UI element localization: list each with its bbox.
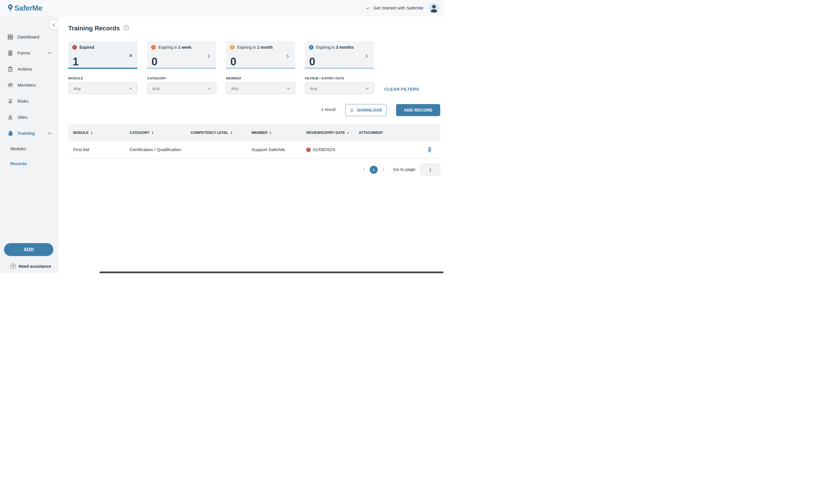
sidebar-item-label: Risks bbox=[18, 99, 28, 104]
alert-icon: ! bbox=[230, 45, 234, 49]
sidebar-subitem-label: Records bbox=[10, 161, 27, 166]
horizontal-scrollbar-thumb[interactable] bbox=[99, 271, 443, 273]
sidebar-item-label: Sites bbox=[18, 115, 27, 120]
stat-card-expiring-1-week[interactable]: ! Expiring in 1 week 0 bbox=[147, 41, 216, 69]
sidebar-subitem-records[interactable]: Records bbox=[0, 156, 59, 171]
chevron-right-icon[interactable] bbox=[285, 53, 290, 59]
card-count: 0 bbox=[152, 56, 157, 67]
add-button[interactable]: ADD bbox=[4, 243, 53, 256]
category-filter-select[interactable]: Any bbox=[147, 82, 216, 94]
add-record-button[interactable]: ADD RECORD bbox=[396, 104, 440, 116]
chevron-down-icon bbox=[207, 86, 212, 91]
download-button[interactable]: DOWNLOAD bbox=[345, 104, 387, 116]
result-count: 1 result bbox=[321, 107, 336, 112]
chevron-down-icon bbox=[365, 86, 370, 91]
need-assistance-link[interactable]: ? Need assistance bbox=[10, 264, 51, 269]
stat-cards: ! Expired 1 ✕ ! Expiring in 1 week 0 ! E… bbox=[68, 41, 374, 69]
alert-icon: ! bbox=[151, 45, 156, 49]
sidebar-subitem-modules[interactable]: Modules bbox=[0, 141, 59, 156]
sort-ascending-icon bbox=[347, 131, 349, 134]
get-started-label: Get Started with SaferMe bbox=[374, 5, 423, 11]
card-count: 0 bbox=[309, 56, 315, 67]
go-to-page-input[interactable] bbox=[420, 164, 440, 176]
member-filter-select[interactable]: Any bbox=[226, 82, 295, 94]
sidebar-item-label: Training bbox=[18, 131, 35, 136]
sidebar-item-sites[interactable]: Sites bbox=[0, 109, 59, 125]
sidebar-item-label: Members bbox=[18, 82, 36, 88]
filter-label-member: MEMBER bbox=[226, 76, 295, 80]
sidebar-collapse-button[interactable] bbox=[49, 20, 59, 30]
card-count: 0 bbox=[230, 56, 236, 67]
chevron-down-icon bbox=[365, 6, 370, 11]
column-header-review-expiry-date[interactable]: REVIEW/EXPIRY DATE bbox=[306, 131, 359, 135]
chevron-right-icon[interactable] bbox=[364, 53, 370, 59]
card-count: 1 bbox=[72, 56, 78, 67]
training-certificate-icon bbox=[7, 130, 13, 136]
sidebar-item-label: Forms bbox=[18, 51, 30, 56]
question-circle-icon: ? bbox=[10, 264, 16, 269]
main-content: Training Records ? ! Expired 1 ✕ ! Expir… bbox=[59, 16, 443, 273]
sidebar-item-actions[interactable]: Actions bbox=[0, 61, 59, 77]
expired-alert-icon: ! bbox=[306, 148, 311, 152]
logo-text: SaferMe bbox=[14, 4, 42, 12]
sidebar-item-label: Dashboard bbox=[18, 34, 39, 40]
chevron-down-icon bbox=[47, 51, 52, 56]
page-number-button[interactable]: 1 bbox=[370, 166, 378, 174]
previous-page-icon[interactable] bbox=[361, 167, 366, 172]
sidebar-item-risks[interactable]: Risks bbox=[0, 93, 59, 109]
stat-card-expired[interactable]: ! Expired 1 ✕ bbox=[68, 41, 137, 69]
chevron-down-icon bbox=[128, 86, 133, 91]
filter-label-review-expiry-date: REVIEW / EXPIRY DATE bbox=[305, 76, 374, 80]
warning-triangle-icon bbox=[7, 98, 13, 104]
download-icon bbox=[350, 108, 354, 112]
filter-label-category: CATEGORY bbox=[147, 76, 216, 80]
people-icon bbox=[7, 82, 13, 88]
table-header-row: MODULE CATEGORY COMPETENCY LEVEL MEMBER … bbox=[68, 124, 440, 141]
cell-category: Certification / Qualification bbox=[130, 147, 191, 152]
trash-icon[interactable] bbox=[427, 146, 433, 153]
column-header-attachment: ATTACHMENT bbox=[359, 131, 440, 135]
clear-filters-button[interactable]: CLEAR FILTERS bbox=[384, 87, 419, 92]
module-filter-select[interactable]: Any bbox=[68, 82, 137, 94]
sidebar: Dashboard Forms Act bbox=[0, 16, 59, 273]
sort-icon bbox=[269, 131, 272, 134]
column-header-category[interactable]: CATEGORY bbox=[130, 131, 191, 135]
table-row[interactable]: First Aid Certification / Qualification … bbox=[68, 141, 440, 159]
chevron-left-icon bbox=[51, 22, 57, 28]
traffic-cone-icon bbox=[7, 114, 13, 121]
close-icon[interactable]: ✕ bbox=[129, 53, 133, 58]
chevron-up-icon bbox=[47, 131, 52, 136]
records-table: MODULE CATEGORY COMPETENCY LEVEL MEMBER … bbox=[68, 124, 440, 159]
sidebar-item-forms[interactable]: Forms bbox=[0, 45, 59, 61]
sort-icon bbox=[152, 131, 154, 134]
column-header-module[interactable]: MODULE bbox=[73, 131, 130, 135]
cell-attachment bbox=[359, 146, 440, 153]
filter-label-module: MODULE bbox=[68, 76, 137, 80]
avatar[interactable] bbox=[428, 3, 439, 13]
sidebar-subitem-label: Modules bbox=[10, 146, 26, 151]
pagination: 1 Go to page: bbox=[59, 164, 443, 176]
sidebar-item-training[interactable]: Training bbox=[0, 125, 59, 141]
sidebar-item-dashboard[interactable]: Dashboard bbox=[0, 29, 59, 45]
cell-member: Support SaferMe bbox=[252, 147, 306, 152]
alert-icon: ! bbox=[309, 45, 314, 49]
sidebar-item-members[interactable]: Members bbox=[0, 77, 59, 93]
saferme-logo[interactable]: SaferMe bbox=[7, 4, 42, 12]
stat-card-expiring-3-months[interactable]: ! Expiring in 3 months 0 bbox=[305, 41, 374, 69]
column-header-member[interactable]: MEMBER bbox=[252, 131, 306, 135]
sidebar-item-label: Actions bbox=[18, 67, 32, 72]
alert-icon: ! bbox=[72, 45, 77, 49]
get-started-menu[interactable]: Get Started with SaferMe bbox=[365, 5, 423, 11]
page-title: Training Records bbox=[68, 25, 120, 32]
top-bar: SaferMe Get Started with SaferMe bbox=[0, 0, 443, 16]
chevron-right-icon[interactable] bbox=[206, 53, 212, 59]
go-to-page-label: Go to page: bbox=[393, 167, 416, 172]
map-pin-icon bbox=[7, 4, 14, 12]
column-header-competency-level[interactable]: COMPETENCY LEVEL bbox=[191, 131, 252, 135]
dashboard-grid-icon bbox=[7, 34, 13, 40]
sort-icon bbox=[91, 131, 93, 134]
review-expiry-date-filter-select[interactable]: Any bbox=[305, 82, 374, 94]
stat-card-expiring-1-month[interactable]: ! Expiring in 1 month 0 bbox=[226, 41, 295, 69]
help-icon[interactable]: ? bbox=[124, 25, 129, 30]
next-page-icon[interactable] bbox=[381, 167, 386, 172]
